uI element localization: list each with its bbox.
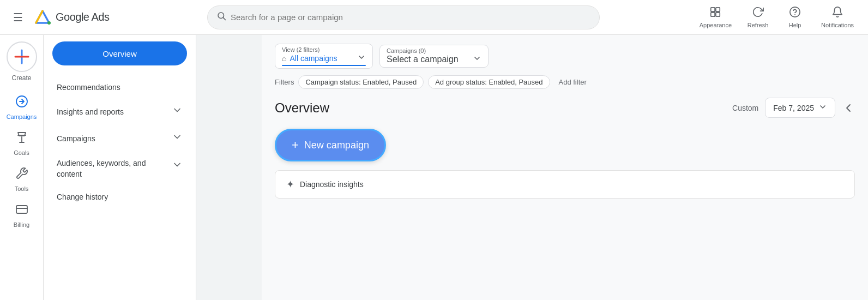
sidebar-item-recommendations[interactable]: Recommendations xyxy=(44,76,196,98)
collapse-button[interactable] xyxy=(842,101,855,115)
header: ☰ Google Ads xyxy=(0,0,868,35)
svg-rect-8 xyxy=(716,13,720,16)
sidebar-top: Overview xyxy=(44,41,196,72)
appearance-label: Appearance xyxy=(700,22,732,28)
appearance-icon xyxy=(709,6,721,21)
campaign-dropdown[interactable]: Campaigns (0) Select a campaign xyxy=(379,45,489,68)
tools-nav-label: Tools xyxy=(15,185,29,192)
new-campaign-button[interactable]: + New campaign xyxy=(275,129,386,161)
campaigns-chevron-icon xyxy=(172,131,183,145)
svg-line-1 xyxy=(36,11,43,23)
billing-nav-label: Billing xyxy=(14,221,29,228)
search-input[interactable] xyxy=(231,13,590,22)
date-value: Feb 7, 2025 xyxy=(773,104,814,112)
svg-point-9 xyxy=(790,7,800,17)
svg-line-4 xyxy=(223,17,225,20)
view-dropdown-arrow-icon xyxy=(357,53,366,64)
sidebar-item-audiences[interactable]: Audiences, keywords, and content xyxy=(44,152,196,186)
recommendations-label: Recommendations xyxy=(57,83,120,92)
filters-row: Filters Campaign status: Enabled, Paused… xyxy=(275,75,855,89)
sidebar-item-change-history[interactable]: Change history xyxy=(44,186,196,208)
menu-icon[interactable]: ☰ xyxy=(9,7,27,28)
search-wrap[interactable] xyxy=(207,5,600,29)
sidebar: Overview Recommendations Insights and re… xyxy=(44,35,196,300)
sidebar-item-insights[interactable]: Insights and reports xyxy=(44,98,196,125)
view-home-icon: ⌂ xyxy=(282,54,286,63)
refresh-icon xyxy=(752,6,764,21)
view-dropdown-label: View (2 filters) xyxy=(282,46,320,53)
campaign-dropdown-value: Select a campaign xyxy=(387,55,459,64)
google-ads-logo xyxy=(34,9,51,26)
refresh-action[interactable]: Refresh xyxy=(742,3,774,32)
campaigns-label: Campaigns xyxy=(57,134,95,143)
sidebar-nav: Recommendations Insights and reports Cam… xyxy=(44,72,196,212)
app-title: Google Ads xyxy=(56,11,109,23)
audiences-chevron-icon xyxy=(172,159,183,173)
sidebar-item-billing-icon[interactable]: Billing xyxy=(3,199,40,232)
date-area: Custom Feb 7, 2025 xyxy=(732,98,855,118)
add-filter-button[interactable]: Add filter xyxy=(554,76,591,88)
left-panel: Create Campaigns xyxy=(0,35,262,300)
diagnostic-text: Diagnostic insights xyxy=(300,180,364,189)
diagnostic-card[interactable]: ✦ Diagnostic insights xyxy=(275,170,855,199)
create-button[interactable] xyxy=(7,41,37,72)
date-dropdown[interactable]: Feb 7, 2025 xyxy=(765,98,835,118)
change-history-label: Change history xyxy=(57,193,108,201)
svg-rect-5 xyxy=(711,8,715,11)
view-dropdown-value: All campaigns xyxy=(290,54,337,63)
sidebar-item-goals-icon[interactable]: Goals xyxy=(3,127,40,160)
filter-chip-adgroup-status[interactable]: Ad group status: Enabled, Paused xyxy=(428,75,550,89)
overview-header: Overview Custom Feb 7, 2025 xyxy=(275,98,855,118)
content: View (2 filters) ⌂ All campaigns Campaig… xyxy=(262,35,868,300)
overview-button[interactable]: Overview xyxy=(52,41,187,65)
search-bar xyxy=(207,5,600,29)
goals-icon xyxy=(15,131,28,147)
filters-label: Filters xyxy=(275,78,294,86)
create-label: Create xyxy=(11,74,31,82)
view-dropdown[interactable]: View (2 filters) ⌂ All campaigns xyxy=(275,44,373,69)
view-dropdown-value-wrap: ⌂ All campaigns xyxy=(282,54,354,63)
goals-nav-label: Goals xyxy=(14,149,29,156)
refresh-label: Refresh xyxy=(748,22,769,28)
header-left: ☰ Google Ads xyxy=(9,7,194,28)
sidebar-item-campaigns[interactable]: Campaigns xyxy=(44,125,196,152)
campaign-dropdown-bottom: Select a campaign xyxy=(387,54,481,65)
sidebar-item-tools-icon[interactable]: Tools xyxy=(3,163,40,196)
svg-rect-15 xyxy=(16,206,27,213)
content-top-bar: View (2 filters) ⌂ All campaigns Campaig… xyxy=(275,44,855,69)
view-dropdown-bottom: ⌂ All campaigns xyxy=(282,53,366,64)
logo-area: Google Ads xyxy=(34,9,109,26)
help-icon xyxy=(789,6,801,21)
notifications-label: Notifications xyxy=(821,22,854,28)
campaign-dropdown-top: Campaigns (0) xyxy=(387,47,481,54)
help-label: Help xyxy=(789,22,801,28)
sidebar-item-campaigns-icon[interactable]: Campaigns xyxy=(3,91,40,124)
campaign-dropdown-label: Campaigns (0) xyxy=(387,47,426,54)
new-campaign-area: + New campaign xyxy=(275,129,855,161)
header-right: Appearance Refresh Help xyxy=(694,3,859,32)
filter-chip-campaign-status[interactable]: Campaign status: Enabled, Paused xyxy=(298,75,424,89)
help-action[interactable]: Help xyxy=(779,3,811,32)
billing-icon xyxy=(15,203,28,219)
tools-icon xyxy=(15,167,28,183)
svg-rect-6 xyxy=(716,8,720,11)
audiences-label: Audiences, keywords, and content xyxy=(57,158,172,179)
notifications-icon xyxy=(831,6,843,21)
notifications-action[interactable]: Notifications xyxy=(816,3,859,32)
insights-label: Insights and reports xyxy=(57,107,124,116)
search-icon xyxy=(216,11,226,23)
plus-icon xyxy=(14,49,29,64)
icon-nav: Create Campaigns xyxy=(0,35,44,300)
campaigns-icon xyxy=(15,95,28,111)
campaign-dropdown-arrow-icon xyxy=(473,54,481,65)
overview-title: Overview xyxy=(275,100,329,116)
svg-rect-7 xyxy=(711,13,715,16)
appearance-action[interactable]: Appearance xyxy=(694,3,737,32)
main-layout: Create Campaigns xyxy=(0,35,868,300)
date-dropdown-arrow-icon xyxy=(818,103,827,113)
new-campaign-label: New campaign xyxy=(304,140,369,151)
campaigns-nav-label: Campaigns xyxy=(7,113,37,120)
insights-chevron-icon xyxy=(172,105,183,118)
svg-point-2 xyxy=(47,21,51,25)
create-area: Create xyxy=(7,41,37,82)
